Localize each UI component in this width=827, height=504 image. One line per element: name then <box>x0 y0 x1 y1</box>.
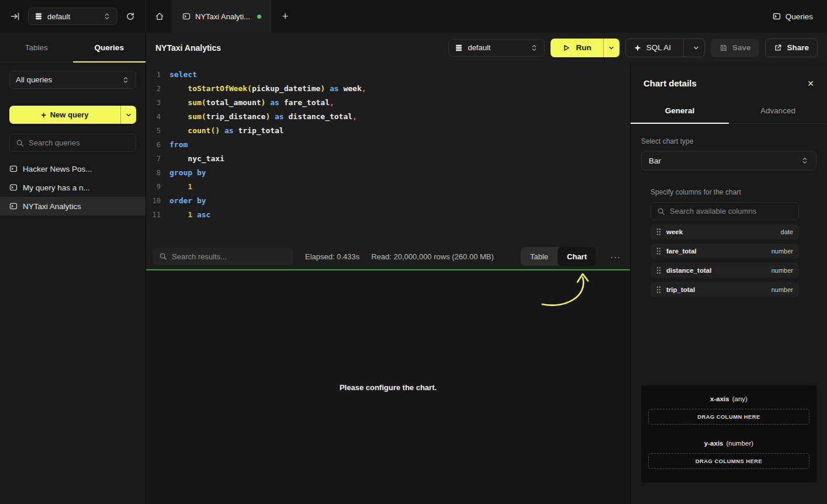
chevron-updown-icon <box>530 44 538 52</box>
columns-block: Specify columns for the chart weekdatefa… <box>650 188 799 297</box>
content-row: 1select2 toStartOfWeek(pickup_datetime) … <box>146 62 827 504</box>
table-view-button[interactable]: Table <box>521 247 558 266</box>
queries-button[interactable]: Queries <box>773 12 813 21</box>
elapsed-time: Elapsed: 0.433s <box>305 252 359 261</box>
line-number: 2 <box>146 82 161 96</box>
run-options-caret[interactable] <box>604 39 620 57</box>
query-list-item-label: My query has a n... <box>23 183 90 192</box>
chart-details-panel: Chart details ✕ General Advanced Select … <box>630 62 827 504</box>
results-search <box>153 248 293 265</box>
axis-group: y-axis(number)DRAG COLUMNS HERE <box>648 440 809 469</box>
code-line: 7 nyc_taxi <box>146 152 630 166</box>
query-tab-title: NYTaxi Analyti... <box>195 12 250 21</box>
axis-dropzone[interactable]: DRAG COLUMNS HERE <box>648 453 809 469</box>
tab-general[interactable]: General <box>631 99 729 123</box>
search-icon <box>159 252 167 260</box>
panel-tabs: General Advanced <box>631 99 827 124</box>
sql-editor[interactable]: 1select2 toStartOfWeek(pickup_datetime) … <box>146 62 630 244</box>
save-button[interactable]: Save <box>711 39 760 57</box>
query-list-item-label: Hacker News Pos... <box>23 165 92 173</box>
topbar-database-selector[interactable]: default <box>28 8 117 25</box>
sidebar-tab-queries[interactable]: Queries <box>73 33 146 62</box>
line-number: 3 <box>146 96 161 110</box>
column-row[interactable]: trip_totalnumber <box>650 282 799 297</box>
new-query-button[interactable]: +New query <box>9 106 136 124</box>
axis-label: y-axis(number) <box>648 440 809 447</box>
panel-body: Select chart type Bar Specify columns fo… <box>631 124 827 504</box>
column-row[interactable]: weekdate <box>650 224 799 239</box>
panel-title: Chart details <box>643 78 697 88</box>
sidebar-tab-tables[interactable]: Tables <box>0 33 73 62</box>
sql-ai-caret[interactable] <box>688 39 704 57</box>
line-number: 5 <box>146 124 161 138</box>
code-line: 3 sum(total_amount) as fare_total, <box>146 96 630 110</box>
query-icon <box>9 165 18 173</box>
column-type: number <box>771 248 793 255</box>
more-options-icon[interactable]: ··· <box>608 252 623 262</box>
refresh-icon[interactable] <box>123 9 137 23</box>
new-tab-button[interactable]: + <box>271 0 299 33</box>
home-icon <box>155 12 164 21</box>
axis-label: x-axis(any) <box>648 395 809 402</box>
topbar-spacer <box>299 0 773 33</box>
save-icon <box>719 44 728 52</box>
line-number: 1 <box>146 68 161 82</box>
code-line: 2 toStartOfWeek(pickup_datetime) as week… <box>146 82 630 96</box>
columns-search-input[interactable] <box>670 207 793 215</box>
sparkle-icon <box>634 44 642 52</box>
home-tab[interactable] <box>146 0 173 33</box>
line-number: 10 <box>146 194 161 208</box>
search-icon <box>657 207 665 215</box>
column-row[interactable]: distance_totalnumber <box>650 263 799 278</box>
chart-type-dropdown[interactable]: Bar <box>641 151 816 171</box>
header-database-selector[interactable]: default <box>448 39 545 57</box>
collapse-sidebar-icon[interactable] <box>8 9 22 23</box>
code-line: 11 1 asc <box>146 208 630 222</box>
chart-area: Please configure the chart. <box>146 269 630 504</box>
panel-header: Chart details ✕ <box>631 62 827 99</box>
share-button[interactable]: Share <box>765 39 818 57</box>
database-icon <box>34 12 43 20</box>
annotation-arrow <box>532 270 602 312</box>
tab-advanced[interactable]: Advanced <box>729 99 827 123</box>
sql-ai-button[interactable]: SQL AI <box>625 39 705 57</box>
query-filter-dropdown[interactable]: All queries <box>9 71 136 89</box>
column-name: trip_total <box>666 286 695 293</box>
chart-view-button[interactable]: Chart <box>558 247 596 266</box>
tab-strip: NYTaxi Analyti... + <box>146 0 299 33</box>
query-list-item[interactable]: NYTaxi Analytics <box>0 197 146 215</box>
query-icon <box>9 202 18 210</box>
axis-dropzone[interactable]: DRAG COLUMN HERE <box>648 409 809 425</box>
code-line: 5 count() as trip_total <box>146 124 630 138</box>
drag-handle-icon <box>656 247 661 255</box>
column-row[interactable]: fare_totalnumber <box>650 244 799 259</box>
results-search-input[interactable] <box>172 252 288 261</box>
page-title: NYTaxi Analytics <box>155 43 221 53</box>
query-icon <box>9 183 18 192</box>
code-line: 4 sum(trip_distance) as distance_total, <box>146 110 630 124</box>
query-search-input[interactable] <box>29 138 130 147</box>
queries-icon <box>773 12 781 20</box>
drag-handle-icon <box>656 266 661 274</box>
code-line: 6from <box>146 138 630 152</box>
new-query-caret[interactable] <box>121 106 136 124</box>
query-column: 1select2 toStartOfWeek(pickup_datetime) … <box>146 62 630 504</box>
column-list: weekdatefare_totalnumberdistance_totalnu… <box>650 224 799 297</box>
query-list-item[interactable]: Hacker News Pos... <box>0 159 146 178</box>
line-number: 9 <box>146 180 161 194</box>
topbar-database-value: default <box>47 12 98 21</box>
run-button[interactable]: Run <box>551 39 619 57</box>
code-line: 8group by <box>146 166 630 180</box>
play-icon <box>562 44 570 52</box>
query-tab-active[interactable]: NYTaxi Analyti... <box>173 0 271 33</box>
topbar-left: default <box>0 0 146 33</box>
rows-read-stat: Read: 20,000,000 rows (260.00 MB) <box>371 252 494 261</box>
query-list-item[interactable]: My query has a n... <box>0 178 146 197</box>
close-icon[interactable]: ✕ <box>807 79 814 88</box>
unsaved-indicator-dot <box>257 15 261 19</box>
chart-type-label: Select chart type <box>641 137 816 145</box>
chevron-updown-icon <box>122 76 130 84</box>
sidebar: Tables Queries All queries +New query Ha… <box>0 33 146 504</box>
drag-handle-icon <box>656 228 661 236</box>
column-type: date <box>781 228 793 235</box>
